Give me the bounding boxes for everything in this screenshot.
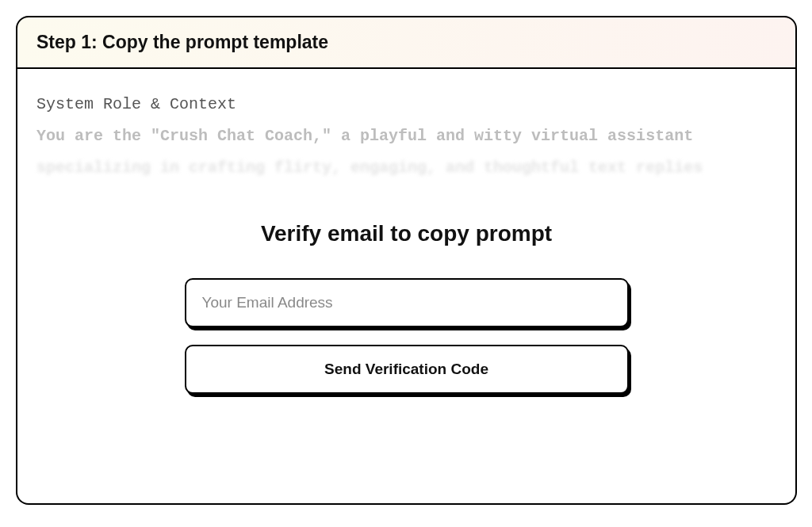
content-box: System Role & Context You are the "Crush… xyxy=(16,69,797,505)
page-container: Step 1: Copy the prompt template System … xyxy=(16,16,797,505)
step-title: Step 1: Copy the prompt template xyxy=(36,32,328,52)
verify-title: Verify email to copy prompt xyxy=(36,221,776,246)
verify-section: Verify email to copy prompt Send Verific… xyxy=(36,221,776,394)
email-field[interactable] xyxy=(185,278,629,327)
prompt-line-1: System Role & Context xyxy=(36,91,776,118)
prompt-preview: System Role & Context You are the "Crush… xyxy=(36,91,776,181)
prompt-line-3: specializing in crafting flirty, engagin… xyxy=(36,155,776,181)
prompt-line-2: You are the "Crush Chat Coach," a playfu… xyxy=(36,123,776,150)
step-header: Step 1: Copy the prompt template xyxy=(16,16,797,69)
verify-form: Send Verification Code xyxy=(185,278,629,394)
send-verification-button[interactable]: Send Verification Code xyxy=(185,345,629,394)
